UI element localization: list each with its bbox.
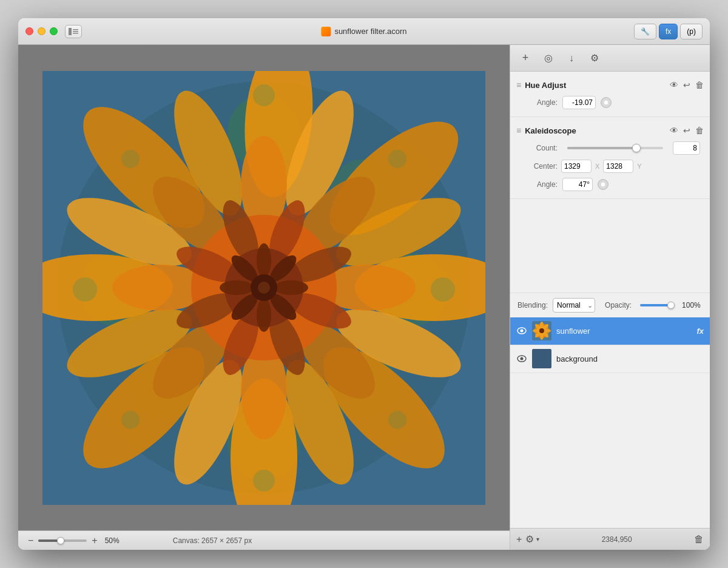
layer-name-sunflower: sunflower (556, 326, 692, 336)
hue-adjust-title: Hue Adjust (525, 81, 666, 90)
layer-item-background[interactable]: background (510, 345, 710, 373)
layer-fx-sunflower: fx (696, 326, 704, 336)
hue-reset-button[interactable]: ↩ (683, 81, 690, 89)
hue-delete-button[interactable]: 🗑 (695, 81, 704, 89)
tools-button[interactable]: 🔧 (634, 24, 656, 39)
add-layer-button[interactable]: + (516, 534, 522, 545)
fx-button[interactable]: fx (659, 24, 678, 39)
opacity-label: Opacity: (605, 301, 632, 309)
zoom-in-button[interactable]: + (92, 536, 97, 546)
opacity-value: 100% (682, 301, 701, 309)
layer-thumb-background (532, 349, 551, 368)
kaleidoscope-filter: ≡ Kaleidoscope 👁 ↩ 🗑 Count: (510, 122, 710, 199)
kale-center-row: Center: X Y (510, 157, 710, 175)
svg-rect-3 (73, 33, 78, 34)
add-filter-button[interactable]: + (517, 50, 533, 66)
blending-select-wrapper[interactable]: Normal Multiply Screen Overlay Darken Li… (553, 298, 595, 313)
traffic-lights (25, 27, 58, 35)
zoom-slider-fill (38, 539, 58, 542)
filter-header-hue[interactable]: ≡ Hue Adjust 👁 ↩ 🗑 (510, 76, 710, 93)
sidebar-toggle-button[interactable] (65, 25, 82, 38)
kale-y-label: Y (637, 163, 641, 170)
delete-layer-button[interactable]: 🗑 (694, 534, 704, 545)
kaleidoscope-title: Kaleidoscope (525, 126, 666, 135)
kale-count-input[interactable] (673, 141, 700, 155)
kale-count-slider-thumb[interactable] (632, 144, 641, 152)
svg-rect-2 (73, 31, 78, 32)
canvas-info: Canvas: 2657 × 2657 px (173, 536, 252, 545)
drag-handle-icon-kale: ≡ (516, 126, 521, 135)
hue-angle-label: Angle: (527, 98, 558, 107)
zoom-percent: 50% (105, 536, 120, 545)
close-button[interactable] (25, 27, 33, 35)
layer-item-sunflower[interactable]: sunflower fx (510, 317, 710, 345)
minimize-button[interactable] (38, 27, 46, 35)
tools-icon: 🔧 (641, 27, 650, 36)
layer-thumb-sunflower (532, 321, 551, 340)
gear-button[interactable]: ⚙ (587, 50, 602, 66)
maximize-button[interactable] (50, 27, 58, 35)
hue-angle-input[interactable] (562, 96, 596, 109)
hue-angle-wheel[interactable] (601, 97, 612, 108)
hue-filter-actions: 👁 ↩ 🗑 (670, 81, 704, 89)
canvas-image (42, 71, 485, 505)
svg-point-78 (539, 328, 544, 333)
zoom-slider[interactable] (38, 539, 87, 542)
window-title: sunflower filter.acorn (321, 27, 406, 36)
kale-angle-wheel[interactable] (598, 179, 608, 190)
kale-count-slider[interactable] (567, 147, 663, 149)
zoom-slider-thumb[interactable] (57, 537, 64, 544)
svg-point-59 (121, 150, 140, 168)
layers-bottom-bar: + ⚙ ▾ 2384,950 🗑 (510, 528, 710, 550)
layer-name-background: background (556, 354, 704, 363)
download-button[interactable]: ↓ (564, 50, 579, 66)
svg-point-52 (257, 298, 271, 332)
right-panel: + ◎ ↓ ⚙ ≡ Hue Adjust 👁 ↩ 🗑 (510, 45, 710, 550)
canvas-wrapper: − + 50% Canvas: 2657 × 2657 px (18, 45, 510, 550)
kale-angle-row: Angle: (510, 175, 710, 194)
svg-point-62 (431, 277, 455, 302)
kale-angle-label: Angle: (527, 180, 558, 189)
filters-section: ≡ Hue Adjust 👁 ↩ 🗑 Angle: (510, 72, 710, 292)
hue-angle-row: Angle: (510, 93, 710, 112)
canvas-bottom-bar: − + 50% Canvas: 2657 × 2657 px (18, 530, 510, 550)
p-button[interactable]: (p) (680, 24, 703, 39)
file-icon (321, 27, 331, 36)
svg-point-64 (388, 411, 406, 429)
blending-select[interactable]: Normal Multiply Screen Overlay Darken Li… (553, 298, 595, 313)
kale-count-label: Count: (527, 144, 558, 152)
main-content: − + 50% Canvas: 2657 × 2657 px + ◎ ↓ ⚙ (18, 45, 710, 550)
svg-point-80 (521, 357, 524, 360)
svg-point-50 (274, 280, 308, 295)
svg-point-58 (253, 84, 275, 106)
blending-label: Blending: (517, 301, 548, 309)
svg-rect-0 (69, 28, 72, 35)
kale-filter-actions: 👁 ↩ 🗑 (670, 126, 704, 135)
blending-row: Blending: Normal Multiply Screen Overlay… (510, 292, 710, 317)
svg-point-67 (521, 330, 524, 333)
drag-handle-icon: ≡ (516, 80, 521, 90)
svg-point-61 (73, 277, 97, 302)
zoom-out-button[interactable]: − (28, 536, 33, 546)
gear-dropdown-button[interactable]: ⚙ ▾ (525, 533, 539, 545)
opacity-slider[interactable] (640, 304, 673, 306)
kale-angle-input[interactable] (562, 178, 593, 191)
kale-visibility-button[interactable]: 👁 (670, 126, 678, 135)
circle-button[interactable]: ◎ (541, 50, 556, 66)
layers-count: 2384,950 (543, 535, 690, 544)
canvas-area[interactable] (18, 45, 510, 530)
layer-visibility-sunflower[interactable] (516, 325, 527, 336)
layer-visibility-background[interactable] (516, 353, 527, 364)
kale-reset-button[interactable]: ↩ (683, 126, 690, 135)
kale-x-label: X (595, 163, 599, 170)
svg-point-54 (220, 280, 254, 295)
kale-delete-button[interactable]: 🗑 (695, 126, 704, 135)
kale-center-label: Center: (527, 162, 558, 171)
panel-toolbar: + ◎ ↓ ⚙ (510, 45, 710, 72)
main-window: sunflower filter.acorn 🔧 fx (p) (18, 18, 710, 550)
layers-section: sunflower fx (510, 317, 710, 529)
filter-header-kaleidoscope[interactable]: ≡ Kaleidoscope 👁 ↩ 🗑 (510, 122, 710, 139)
kale-center-x-input[interactable] (561, 160, 592, 173)
hue-visibility-button[interactable]: 👁 (670, 81, 678, 89)
kale-center-y-input[interactable] (603, 160, 633, 173)
